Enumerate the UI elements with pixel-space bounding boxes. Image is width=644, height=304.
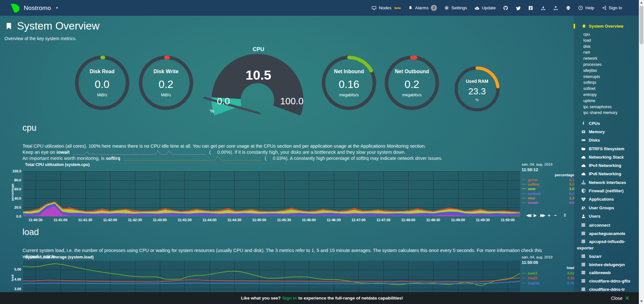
sidebar-sub-item[interactable]: network [583, 56, 639, 62]
gauge-disk-read[interactable]: Disk Read 0.0 MiB/s [74, 55, 130, 111]
cpu-section-text: Total CPU utilization (all cores). 100% … [22, 143, 549, 161]
sidebar-item[interactable]: Users [581, 212, 639, 220]
scroll-up-arrow[interactable] [640, 2, 643, 4]
alarms-label: Alarms [415, 5, 429, 10]
gauge-net-outbound[interactable]: Net Outbound 0.2 megabits/s [384, 55, 440, 111]
gauge-unit: MiB/s [74, 93, 130, 97]
twitter-icon[interactable] [516, 5, 521, 11]
sidebar-sub-item[interactable]: ipc semaphores [583, 104, 639, 110]
sidebar-sub-item[interactable]: ipc shared memory [583, 110, 639, 116]
sidebar-item[interactable]: IPv6 Networking [581, 170, 639, 178]
legend-entry[interactable]: guest 2.1 [522, 178, 574, 182]
settings-button[interactable]: Settings [444, 5, 467, 10]
sidebar-sub-item[interactable]: uptime [583, 98, 639, 104]
play-button[interactable]: ▶ [534, 213, 537, 218]
sidebar-node-item[interactable]: binhex-delugevpn [577, 261, 633, 269]
beta-badge: beta [394, 6, 401, 10]
help-button[interactable]: Help [578, 5, 594, 10]
sidebar-item[interactable]: CPUs [581, 119, 639, 127]
sidebar-item[interactable]: BTRFS filesystem [581, 144, 639, 153]
upload-icon[interactable] [553, 5, 558, 11]
cpu-gauge-value: 10.5 [209, 68, 308, 83]
nodes-label: Nodes [379, 5, 391, 10]
legend-entry[interactable]: load1 4.62 [522, 271, 574, 276]
gauge-used-ram[interactable]: Used RAM 23.3 % [453, 65, 501, 113]
sidebar-node-item[interactable]: bazarr [577, 252, 633, 261]
gauge-disk-write[interactable]: Disk Write 0.2 MiB/s [138, 55, 194, 111]
cloud-icon [581, 163, 586, 168]
pan-backward-button[interactable]: ◀◀ [526, 213, 530, 218]
banner-close-button[interactable]: Close [611, 296, 629, 301]
scrollbar-thumb[interactable] [640, 6, 643, 44]
help-icon [578, 5, 583, 10]
sidebar-node-item[interactable]: cloudflare-ddns-gflix [577, 277, 633, 285]
banner-text-post: to experience the full-range of netdata … [298, 296, 403, 300]
sidebar-node-item[interactable]: apacheguacamole [577, 230, 633, 238]
gauge-label: Used RAM [453, 79, 501, 84]
sidebar-item[interactable]: IPv4 Networking [581, 161, 639, 169]
nodes-button[interactable]: Nodes beta [371, 5, 401, 11]
sidebar-item[interactable]: Firewall (netfilter) [581, 187, 639, 195]
gauge-value: 0.16 [321, 78, 377, 91]
banner-signin-link[interactable]: Sign in [282, 296, 297, 300]
cpu-chart-canvas[interactable] [23, 171, 520, 216]
legend-entry[interactable]: nice 1.3 [522, 196, 574, 200]
sidebar-node-item[interactable]: calibreweb [577, 269, 633, 277]
update-button[interactable]: Update [474, 5, 496, 11]
sidebar-item[interactable]: Disks [581, 136, 639, 144]
cpu-gauge-title: CPU [209, 46, 308, 53]
sidebar-sub-item[interactable]: ram [583, 49, 639, 56]
sidebar-sub-item[interactable]: idlejitter [583, 68, 639, 74]
cpu-chart-toolbar: ◀◀ ▶ ▶▶ + − ⇕ [526, 213, 567, 218]
legend-entry[interactable]: load5 4.16 [522, 276, 574, 281]
zoom-out-button[interactable]: − [554, 213, 557, 218]
netdata-dashboard: Nostromo ▾ Nodes beta Alarms 2 Settings … [0, 0, 644, 304]
sidebar-item[interactable]: Networking Stack [581, 153, 639, 161]
gauge-value: 0.2 [138, 78, 194, 91]
zoom-in-button[interactable]: + [548, 213, 551, 218]
sidebar-sub-item[interactable]: processes [583, 62, 639, 68]
sidebar-main-items: CPUs Memory Disks BTRFS filesystem [574, 119, 639, 221]
legend-entry[interactable]: softirq 0.0 [522, 182, 574, 187]
pan-forward-button[interactable]: ▶▶ [540, 213, 544, 218]
legend-entry[interactable]: iowait 0.0 [522, 200, 574, 205]
sidebar-sub-item[interactable]: interrupts [583, 74, 639, 80]
legend-entry[interactable]: system 6.2 [522, 191, 574, 196]
resize-handle[interactable]: ⇕ [563, 213, 567, 218]
facebook-icon[interactable] [528, 5, 533, 11]
download-icon[interactable] [541, 5, 546, 11]
sidebar-item[interactable]: User Groups [581, 204, 639, 212]
github-icon[interactable] [503, 5, 508, 11]
sidebar-sub-item[interactable]: entropy [583, 92, 639, 98]
section-heading-cpu: cpu [22, 123, 37, 133]
grid-icon [581, 254, 586, 258]
printer-icon[interactable] [566, 5, 571, 11]
sidebar-sub-item[interactable]: load [583, 38, 639, 44]
gauge-cpu[interactable]: 10.5 0.0 100.0 % [209, 46, 308, 118]
signin-button[interactable]: Sign In [602, 5, 622, 10]
signin-label: Sign In [609, 5, 622, 10]
gauge-unit: MiB/s [138, 93, 194, 97]
bookmark-icon [582, 24, 586, 29]
alarms-button[interactable]: Alarms 2 [408, 5, 437, 11]
sidebar-sub-item[interactable]: cpu [583, 31, 639, 38]
sidebar-sub-item[interactable]: softirqs [583, 80, 639, 86]
gauge-net-inbound[interactable]: Net Inbound 0.16 megabits/s [321, 55, 377, 111]
grid-icon [581, 231, 586, 236]
legend-entry[interactable]: user 1.0 [522, 187, 574, 191]
legend-entry[interactable]: load15 3.78 [522, 281, 574, 286]
vertical-scrollbar[interactable] [639, 0, 644, 304]
sidebar-sub-item[interactable]: softnet [583, 86, 639, 92]
scroll-down-arrow[interactable] [640, 300, 643, 302]
brand-menu[interactable]: Nostromo ▾ [0, 3, 58, 13]
close-label: Close [611, 296, 622, 301]
sidebar-node-item[interactable]: airconnect [577, 221, 633, 230]
sidebar-item[interactable]: Memory [581, 127, 639, 136]
sidebar-item-system-overview[interactable]: System Overview [574, 24, 639, 29]
sidebar-item[interactable]: Network Interfaces [581, 178, 639, 187]
legend-date: søn. 04. aug. 2019 [522, 162, 574, 166]
sidebar-item[interactable]: Applications [581, 195, 639, 204]
sidebar-sub-item[interactable]: disk [583, 44, 639, 50]
sidebar-node-item[interactable]: apcupsd-influxdb-exporter [577, 238, 633, 252]
cloud-update-icon [474, 5, 480, 11]
